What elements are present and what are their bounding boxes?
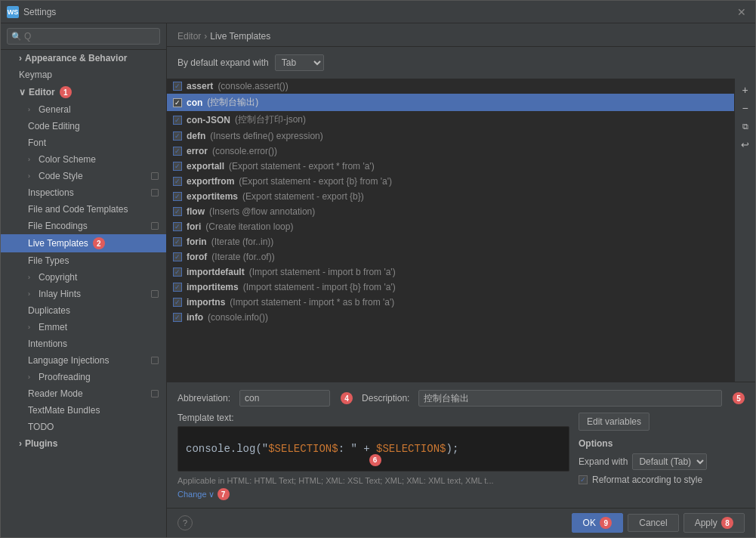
template-list-item[interactable]: ✓ exportfrom (Export statement - export … <box>167 174 734 189</box>
template-checkbox[interactable]: ✓ <box>173 147 182 156</box>
sidebar-item-emmet[interactable]: › Emmet <box>1 319 166 335</box>
template-list-item[interactable]: ✓ importdefault (Import statement - impo… <box>167 264 734 280</box>
template-name: exportfrom <box>187 176 234 187</box>
template-desc: (Iterate (for..of)) <box>211 252 274 262</box>
change-chevron-icon: ∨ <box>208 490 214 499</box>
template-list-item[interactable]: ✓ error (console.error()) <box>167 144 734 159</box>
template-desc: (Export statement - export {b} from 'a') <box>239 176 392 187</box>
edit-variables-button[interactable]: Edit variables <box>579 413 650 431</box>
sidebar-item-plugins[interactable]: › Plugins <box>1 435 166 452</box>
apply-button[interactable]: Apply 8 <box>683 513 745 533</box>
template-checkbox[interactable]: ✓ <box>173 267 182 277</box>
template-list-item[interactable]: ✓ con-JSON (控制台打印-json) <box>167 111 734 128</box>
chevron-right-icon: › <box>19 438 22 449</box>
template-desc: (Import statement - import {b} from 'a') <box>243 282 396 292</box>
template-checkbox[interactable]: ✓ <box>173 252 182 261</box>
template-list-item[interactable]: ✓ exportitems (Export statement - export… <box>167 189 734 204</box>
template-name: exportitems <box>187 191 238 202</box>
add-template-button[interactable]: + <box>737 82 754 98</box>
abbreviation-input[interactable] <box>239 390 330 407</box>
sidebar-item-keymap[interactable]: Keymap <box>1 66 166 83</box>
sidebar-item-todo[interactable]: TODO <box>1 419 166 435</box>
template-checkbox[interactable]: ✓ <box>173 298 182 307</box>
template-desc: (console.assert()) <box>218 81 288 91</box>
template-list-item[interactable]: ✓ forof (Iterate (for..of)) <box>167 249 734 264</box>
template-desc: (console.info()) <box>208 312 268 323</box>
template-name: forin <box>187 237 207 247</box>
expand-with-select[interactable]: Tab Enter Space <box>275 54 324 71</box>
template-name: con-JSON <box>187 115 230 125</box>
template-checkbox[interactable]: ✓ <box>173 222 182 231</box>
expand-with-label: Expand with <box>579 456 628 467</box>
template-list-item[interactable]: ✓ defn (Inserts define() expression) <box>167 128 734 144</box>
expand-with-option-select[interactable]: Default (Tab) Tab Enter Space <box>632 453 707 470</box>
close-button[interactable]: ✕ <box>734 5 749 20</box>
template-desc: (Iterate (for..in)) <box>211 237 274 247</box>
template-checkbox[interactable]: ✓ <box>173 162 182 171</box>
template-list-item[interactable]: ✓ forin (Iterate (for..in)) <box>167 234 734 249</box>
sidebar-item-duplicates[interactable]: Duplicates <box>1 302 166 319</box>
sidebar-item-code-style[interactable]: › Code Style <box>1 168 166 184</box>
template-list-item[interactable]: ✓ exportall (Export statement - export *… <box>167 159 734 174</box>
search-input[interactable] <box>7 28 160 45</box>
search-icon: 🔍 <box>11 32 22 42</box>
remove-template-button[interactable]: − <box>737 100 754 116</box>
template-checkbox[interactable]: ✓ <box>173 283 182 292</box>
sidebar-item-language-injections[interactable]: Language Injections <box>1 352 166 369</box>
template-checkbox[interactable]: ✓ <box>173 192 182 201</box>
sidebar-item-copyright[interactable]: › Copyright <box>1 269 166 286</box>
reset-template-button[interactable]: ↩ <box>737 136 754 153</box>
sidebar-item-inlay-hints[interactable]: › Inlay Hints <box>1 286 166 302</box>
selection-var-1: $SELECTION$ <box>268 443 338 455</box>
sidebar-item-file-encodings[interactable]: File Encodings <box>1 218 166 234</box>
template-list-item[interactable]: ✓ con (控制台输出) <box>167 94 734 111</box>
copy-template-button[interactable]: ⧉ <box>737 118 754 134</box>
sidebar: 🔍 › Appearance & Behavior Keymap ∨ Edito… <box>1 23 167 537</box>
help-button[interactable]: ? <box>177 515 193 530</box>
template-checkbox[interactable]: ✓ <box>173 116 182 125</box>
template-checkbox[interactable]: ✓ <box>173 98 182 107</box>
sidebar-item-proofreading[interactable]: › Proofreading <box>1 369 166 385</box>
template-name: info <box>187 312 203 323</box>
template-name: assert <box>187 81 213 91</box>
template-list-item[interactable]: ✓ info (console.info()) <box>167 310 734 325</box>
sidebar-item-textmate[interactable]: TextMate Bundles <box>1 402 166 419</box>
panel-header: By default expand with Tab Enter Space <box>167 47 755 79</box>
cancel-button[interactable]: Cancel <box>628 514 678 532</box>
sidebar-item-general[interactable]: › General <box>1 101 166 118</box>
change-link[interactable]: Change ∨ 7 <box>177 488 569 500</box>
right-panel: Editor › Live Templates By default expan… <box>167 23 755 537</box>
template-list-item[interactable]: ✓ importitems (Import statement - import… <box>167 280 734 295</box>
description-input[interactable] <box>418 390 722 407</box>
template-checkbox[interactable]: ✓ <box>173 177 182 186</box>
sidebar-item-color-scheme[interactable]: › Color Scheme <box>1 151 166 168</box>
template-list-wrap: ✓ assert (console.assert()) ✓ con (控制台输出… <box>167 79 755 382</box>
sidebar-item-appearance[interactable]: › Appearance & Behavior <box>1 50 166 66</box>
template-and-options: Template text: console.log("$SELECTION$:… <box>177 413 745 500</box>
template-text-area[interactable]: console.log("$SELECTION$: " + $SELECTION… <box>177 426 569 472</box>
sidebar-item-code-editing[interactable]: Code Editing <box>1 118 166 134</box>
ok-button[interactable]: OK 9 <box>572 513 624 533</box>
chevron-right-icon: › <box>28 290 35 298</box>
template-checkbox[interactable]: ✓ <box>173 207 182 216</box>
template-name: fori <box>187 221 201 232</box>
sidebar-item-font[interactable]: Font <box>1 134 166 151</box>
template-list-item[interactable]: ✓ assert (console.assert()) <box>167 79 734 94</box>
sidebar-item-inspections[interactable]: Inspections <box>1 184 166 201</box>
template-list-item[interactable]: ✓ flow (Inserts @flow annotation) <box>167 204 734 219</box>
template-list-item[interactable]: ✓ fori (Create iteration loop) <box>167 219 734 234</box>
sidebar-item-editor[interactable]: ∨ Editor 1 <box>1 83 166 101</box>
template-checkbox[interactable]: ✓ <box>173 313 182 322</box>
template-checkbox[interactable]: ✓ <box>173 237 182 246</box>
sidebar-item-file-code-templates[interactable]: File and Code Templates <box>1 201 166 218</box>
sidebar-item-intentions[interactable]: Intentions <box>1 335 166 352</box>
reformat-checkbox[interactable]: ✓ <box>579 475 588 484</box>
sidebar-item-file-types[interactable]: File Types <box>1 252 166 269</box>
template-desc: (Inserts @flow annotation) <box>209 206 315 217</box>
sidebar-item-reader-mode[interactable]: Reader Mode <box>1 385 166 402</box>
template-checkbox[interactable]: ✓ <box>173 82 182 91</box>
description-label: Description: <box>362 393 409 404</box>
template-list-item[interactable]: ✓ importns (Import statement - import * … <box>167 295 734 310</box>
sidebar-item-live-templates[interactable]: Live Templates 2 <box>1 234 166 252</box>
template-checkbox[interactable]: ✓ <box>173 131 182 141</box>
